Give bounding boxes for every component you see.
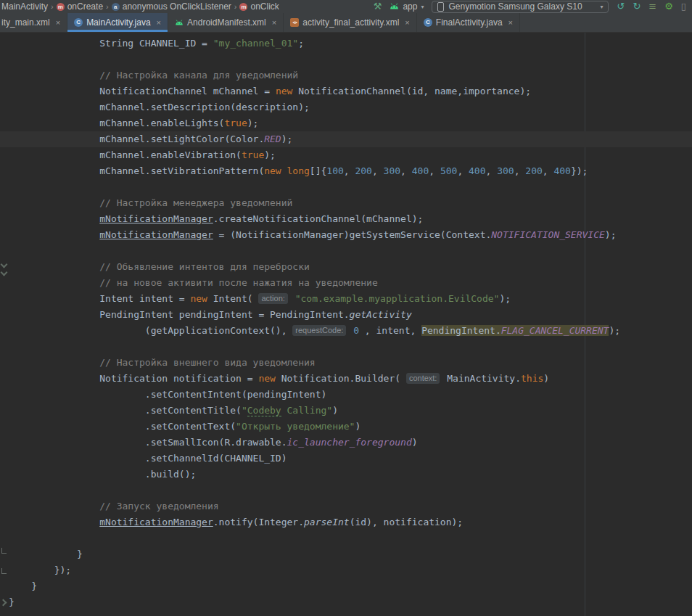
code-line[interactable]: }); [9,562,692,578]
code-line[interactable]: } [9,546,692,562]
code-line[interactable]: mNotificationManager.createNotificationC… [9,211,692,227]
code-token: (id), notification); [350,517,464,527]
tab-close-icon[interactable]: × [56,18,60,27]
code-line[interactable]: .build(); [9,467,692,482]
code-token: ); [499,293,511,304]
code-token: NotificationChannel mChannel = [99,86,276,96]
code-line[interactable]: mChannel.setVibrationPattern(new long[]{… [9,163,692,179]
indent [9,277,99,288]
code-line[interactable] [9,52,692,67]
fold-marker-icon[interactable] [1,600,6,605]
code-token: ic_launcher_foreground [287,437,412,448]
code-line[interactable]: // Обьявление интентов для переброски [9,259,692,275]
tab-androidmanifest-xml[interactable]: AndroidManifest.xml× [168,13,284,32]
code-token: // на новое активити после нажатия на ув… [99,277,378,288]
tab-finalacttivity-java[interactable]: CFinalActtivity.java× [417,13,520,32]
breadcrumb-item-onclick[interactable]: monClick [239,1,279,12]
code-line[interactable] [9,339,692,355]
code-line[interactable]: .setContentTitle("Codeby Calling") [9,403,692,419]
code-token: 500 [440,165,457,176]
code-token: .setContentText( [145,421,236,432]
indent [9,437,145,448]
tab-ity-main-xml[interactable]: ity_main.xml× [0,13,67,32]
code-line[interactable]: Intent intent = new Intent( action: "com… [9,291,692,307]
code-line[interactable]: // на новое активити после нажатия на ув… [9,275,692,291]
tab-label: MainActivity.java [86,17,150,28]
profiler-icon[interactable]: ≡ [648,1,656,12]
indent [9,485,99,496]
code-line[interactable]: mChannel.setDescription(description); [9,99,692,115]
code-line[interactable] [9,482,692,498]
code-line[interactable]: String CHANNEL_ID = "my_channel_01"; [9,36,692,52]
tab-label: ity_main.xml [1,17,50,28]
code-line[interactable] [9,179,692,195]
rerun-activity-icon[interactable]: ↻ [633,1,640,12]
code-token: // Настройка канала для уведомлений [99,70,298,81]
code-line[interactable]: // Настройка канала для уведомлений [9,67,692,83]
code-line[interactable]: (getApplicationContext(), requestCode: 0… [9,323,692,339]
code-token: String CHANNEL_ID = [99,38,213,49]
code-token: ); [247,118,259,128]
tab-close-icon[interactable]: × [405,18,409,27]
code-token: mChannel.setLightColor(Color. [99,134,264,144]
code-line[interactable]: mChannel.enableVibration(true); [9,147,692,163]
indent [9,533,99,543]
code-token: // Запуск уведомления [99,501,218,512]
fold-marker-icon[interactable] [1,568,7,574]
code-line[interactable]: // Запуск уведомления [9,498,692,514]
code-line[interactable]: .setContentText("Открыть уведомление") [9,419,692,435]
code-line[interactable] [9,530,692,546]
run-config-dropdown[interactable]: app ▾ [390,1,424,12]
code-line[interactable] [9,243,692,259]
indent [9,341,99,352]
apply-changes-icon[interactable]: ↺ [617,1,625,12]
code-token: }); [571,165,588,176]
code-token: , [344,165,355,176]
device-dropdown[interactable]: Genymotion Samsung Galaxy S10 ▾ [432,1,609,13]
tab-close-icon[interactable]: × [157,18,161,27]
indent [9,405,145,416]
code-line[interactable]: // Настройка внешнего вида уведомления [9,355,692,371]
code-line[interactable]: Notification notification = new Notifica… [9,371,692,387]
code-line[interactable]: } [9,594,692,610]
tab-close-icon[interactable]: × [272,18,276,27]
fold-marker-icon[interactable] [1,262,7,267]
code-line[interactable]: PendingIntent pendingIntent = PendingInt… [9,307,692,323]
android-studio-window: MainActivity›monCreate›aanonymous OnClic… [0,0,692,616]
tab-close-icon[interactable]: × [508,18,513,27]
code-token: } [31,580,37,591]
fold-marker-icon[interactable] [1,270,7,275]
android-icon [175,17,184,28]
code-line[interactable]: mNotificationManager = (NotificationMana… [9,227,692,243]
breadcrumb-item-anonymous-onclicklistener[interactable]: aanonymous OnClickListener [112,1,231,12]
code-token: , [372,165,384,176]
code-line[interactable]: } [9,578,692,594]
tab-mainactivity-java[interactable]: CMainActivity.java× [67,13,168,32]
indent [9,325,145,336]
chevron-down-icon: ▾ [421,4,424,10]
tab-activity-final-acttivity-xml[interactable]: <>activity_final_acttivity.xml× [284,13,417,32]
code-line[interactable]: mChannel.enableLights(true); [9,115,692,131]
code-token: , [543,165,554,176]
code-line[interactable]: mChannel.setLightColor(Color.RED); [0,131,692,147]
device-explorer-icon[interactable]: ▯ [681,1,686,12]
build-hammer-icon[interactable]: ⚒ [374,1,382,12]
code-area[interactable]: String CHANNEL_ID = "my_channel_01"; // … [0,33,692,610]
code-line[interactable]: // Настройка менеджера уведомлений [9,195,692,211]
indent [9,134,99,144]
code-line[interactable]: .setChannelId(CHANNEL_ID) [9,451,692,467]
fold-marker-icon[interactable] [1,548,7,554]
code-line[interactable]: .setSmallIcon(R.drawable.ic_launcher_for… [9,435,692,451]
breadcrumb-item-mainactivity[interactable]: MainActivity [1,1,48,12]
code-token: NotificationChannel(id, name,importance)… [292,86,531,96]
gear-icon[interactable]: ⚙ [664,1,673,12]
inlay-hint: action: [258,293,287,304]
inlay-hint: context: [406,373,440,384]
code-token: , [429,165,440,176]
code-token: NOTIFICATION_SERVICE [491,229,605,240]
code-line[interactable]: .setContentIntent(pendingIntent) [9,387,692,403]
code-line[interactable]: NotificationChannel mChannel = new Notif… [9,83,692,99]
code-editor[interactable]: String CHANNEL_ID = "my_channel_01"; // … [0,33,692,616]
breadcrumb-item-oncreate[interactable]: monCreate [57,1,103,12]
code-line[interactable]: mNotificationManager.notify(Integer.pars… [9,514,692,530]
